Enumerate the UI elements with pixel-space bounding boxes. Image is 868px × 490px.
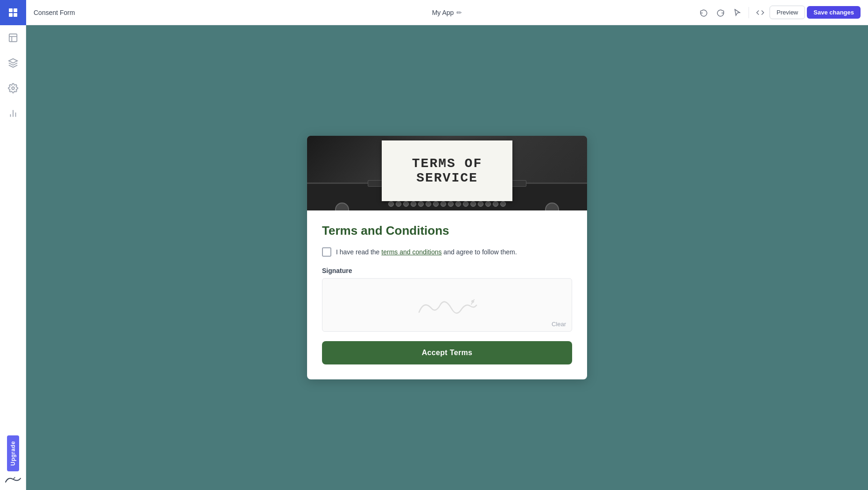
key-10 [455,201,461,207]
main-area: Consent Form My App ✏ [26,0,868,490]
key-5 [418,201,424,207]
signature-label: Signature [322,267,572,274]
sidebar-item-components[interactable] [0,50,26,76]
key-2 [396,201,401,207]
typewriter-keys [388,201,506,207]
svg-rect-3 [14,13,17,17]
key-9 [448,201,454,207]
svg-rect-2 [9,13,13,17]
key-11 [463,201,469,207]
typewriter-right-knob [545,203,559,210]
redo-button[interactable] [713,5,728,20]
form-header-image: TERMS OF SERVICE [307,136,587,210]
form-title: Terms and Conditions [322,224,572,238]
sidebar-item-settings[interactable] [0,76,26,101]
key-15 [493,201,498,207]
key-3 [403,201,409,207]
save-changes-button[interactable]: Save changes [807,6,861,19]
checkbox-label: I have read the terms and conditions and… [336,248,517,256]
paper-text: TERMS OF SERVICE [382,156,512,185]
key-13 [478,201,483,207]
form-body: Terms and Conditions I have read the ter… [307,210,587,379]
page-title: Consent Form [34,9,75,16]
pointer-button[interactable] [730,5,745,20]
paper: TERMS OF SERVICE [382,140,512,201]
key-14 [485,201,491,207]
svg-rect-0 [9,8,13,12]
key-16 [500,201,506,207]
topbar-divider [749,7,749,18]
preview-button[interactable]: Preview [770,6,805,19]
typewriter-left-knob [335,203,349,210]
edit-app-name-icon[interactable]: ✏ [456,9,462,16]
topbar: Consent Form My App ✏ [26,0,868,25]
code-view-button[interactable] [753,5,768,20]
signature-placeholder [414,291,480,319]
sidebar: Upgrade [0,0,26,490]
brand-logo [4,475,22,484]
checkbox-text-before: I have read the [336,248,381,256]
accept-terms-button[interactable]: Accept Terms [322,341,572,364]
svg-point-7 [12,87,14,90]
app-name-label: My App [432,9,454,16]
upgrade-button[interactable]: Upgrade [7,435,19,471]
topbar-wrapper: Consent Form My App ✏ [34,5,861,20]
topbar-actions: Preview Save changes [696,5,861,20]
app-logo[interactable] [0,0,26,25]
sidebar-item-analytics[interactable] [0,101,26,126]
key-7 [433,201,439,207]
key-12 [470,201,476,207]
key-6 [426,201,431,207]
svg-rect-4 [9,34,17,42]
clear-signature-button[interactable]: Clear [552,321,566,328]
sidebar-bottom: Upgrade [0,435,26,490]
checkbox-row: I have read the terms and conditions and… [322,247,572,257]
terms-link[interactable]: terms and conditions [381,248,441,256]
signature-pad[interactable]: Clear [322,278,572,332]
sidebar-item-layout[interactable] [0,25,26,50]
svg-rect-1 [14,8,17,12]
typewriter-scene: TERMS OF SERVICE [307,136,587,210]
key-4 [411,201,416,207]
terms-checkbox[interactable] [322,247,331,257]
key-1 [388,201,394,207]
consent-form-card: TERMS OF SERVICE Terms and Conditions I … [307,136,587,379]
key-8 [441,201,446,207]
checkbox-text-after: and agree to follow them. [441,248,517,256]
undo-button[interactable] [696,5,711,20]
canvas: TERMS OF SERVICE Terms and Conditions I … [26,25,868,490]
